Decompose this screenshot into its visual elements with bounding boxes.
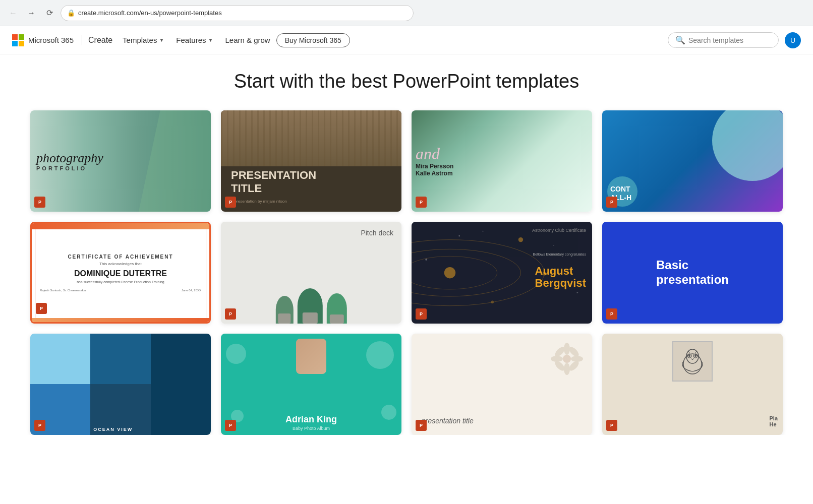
svg-point-18 bbox=[564, 363, 570, 375]
main-content: Start with the best PowerPoint templates… bbox=[0, 54, 813, 435]
card-subtitle: PORTFOLIO bbox=[36, 165, 103, 171]
plant bbox=[275, 296, 293, 324]
svg-point-7 bbox=[444, 267, 455, 278]
create-label: Create bbox=[88, 36, 112, 45]
cert-header: CERTIFICATE OF ACHIEVEMENT bbox=[68, 254, 173, 260]
nav-bar: Microsoft 365 Create Templates ▼ Feature… bbox=[0, 26, 813, 54]
ocean-text: OCEAN VIEW bbox=[93, 427, 133, 432]
refresh-button[interactable]: ⟳ bbox=[42, 6, 56, 20]
svg-point-14 bbox=[576, 292, 578, 293]
card-title: PlaHe bbox=[769, 415, 778, 427]
svg-rect-1 bbox=[19, 34, 24, 40]
lock-icon: 🔒 bbox=[67, 9, 75, 17]
template-card[interactable]: PRESENTATIONTITLE a presentation by mirj… bbox=[221, 110, 401, 212]
card-title: photography bbox=[36, 151, 103, 165]
template-card[interactable]: Basicpresentation P bbox=[602, 222, 783, 323]
ms365-logo-icon bbox=[12, 34, 24, 46]
back-button[interactable]: ← bbox=[6, 6, 20, 20]
chevron-down-icon: ▼ bbox=[208, 37, 213, 43]
browser-chrome: ← → ⟳ 🔒 create.microsoft.com/en-us/power… bbox=[0, 0, 813, 26]
page-title: Start with the best PowerPoint templates bbox=[30, 71, 783, 92]
svg-point-19 bbox=[551, 356, 563, 362]
buy-microsoft-365-button[interactable]: Buy Microsoft 365 bbox=[276, 33, 350, 47]
owl-icon bbox=[677, 346, 708, 376]
svg-rect-0 bbox=[12, 34, 18, 40]
owl-frame bbox=[672, 341, 713, 382]
ms365-logo[interactable]: Microsoft 365 bbox=[12, 34, 74, 46]
ppt-badge: P bbox=[606, 197, 617, 208]
ppt-badge: P bbox=[225, 420, 236, 431]
floral-design bbox=[547, 339, 587, 379]
wedding-and-text: and bbox=[416, 145, 453, 163]
ppt-badge: P bbox=[34, 420, 45, 431]
ppt-badge: P bbox=[34, 197, 45, 208]
ppt-badge: P bbox=[36, 303, 47, 314]
ppt-badge: P bbox=[416, 197, 427, 208]
svg-point-30 bbox=[694, 355, 696, 357]
svg-point-20 bbox=[571, 356, 583, 362]
plants-area bbox=[239, 253, 383, 324]
svg-point-10 bbox=[491, 301, 494, 304]
template-card[interactable]: OCEAN VIEW P bbox=[30, 334, 211, 435]
bubble bbox=[381, 405, 396, 420]
baby-name: Adrian King bbox=[285, 414, 337, 425]
template-grid-row1: photography PORTFOLIO P PRESENTATIONTITL… bbox=[30, 110, 783, 212]
cert-desc: has successfully completed Cheese Produc… bbox=[77, 280, 164, 284]
template-card[interactable]: Pitch deck P bbox=[221, 222, 401, 323]
card-title: PRESENTATIONTITLE bbox=[231, 169, 316, 196]
svg-point-4 bbox=[412, 240, 544, 306]
search-input[interactable] bbox=[688, 36, 774, 44]
pot bbox=[329, 314, 343, 324]
card-subtitle: a presentation by mirjam nilson bbox=[231, 199, 287, 204]
ocean-cell bbox=[90, 334, 150, 385]
wedding-name1: Mira Persson bbox=[416, 163, 453, 170]
baby-subtitle: Baby Photo Album bbox=[293, 426, 330, 431]
baby-photo bbox=[296, 339, 326, 374]
template-card[interactable]: presentation title P bbox=[412, 334, 592, 435]
ppt-badge: P bbox=[416, 420, 427, 431]
cert-name: DOMINIQUE DUTERTRE bbox=[74, 269, 167, 278]
template-card[interactable]: and Mira Persson Kalle Astrom P bbox=[412, 110, 592, 212]
cert-ack: This acknowledges that bbox=[99, 262, 142, 266]
astro-cert-header: Astronomy Club Certificate bbox=[532, 228, 586, 233]
ppt-badge: P bbox=[416, 308, 427, 320]
template-card[interactable]: CERTIFICATE OF ACHIEVEMENT This acknowle… bbox=[30, 222, 211, 323]
bubble bbox=[226, 344, 246, 364]
address-bar[interactable]: 🔒 create.microsoft.com/en-us/powerpoint-… bbox=[61, 5, 414, 21]
template-card[interactable]: photography PORTFOLIO P bbox=[30, 110, 211, 212]
svg-point-8 bbox=[518, 237, 523, 242]
chevron-down-icon: ▼ bbox=[159, 37, 164, 43]
nav-templates[interactable]: Templates ▼ bbox=[117, 33, 170, 47]
template-card[interactable]: CONTALL-H P bbox=[602, 110, 783, 212]
nav-features[interactable]: Features ▼ bbox=[170, 33, 219, 47]
pot bbox=[302, 312, 317, 324]
url-text: create.microsoft.com/en-us/powerpoint-te… bbox=[78, 9, 222, 17]
pot bbox=[278, 313, 291, 324]
ppt-badge: P bbox=[225, 197, 236, 208]
plant bbox=[326, 293, 346, 324]
orange-bar-bottom bbox=[32, 318, 209, 322]
svg-point-15 bbox=[483, 231, 484, 232]
card-title: Pitch deck bbox=[361, 229, 393, 237]
orange-bar-top bbox=[32, 223, 209, 229]
template-grid-row2: CERTIFICATE OF ACHIEVEMENT This acknowle… bbox=[30, 222, 783, 323]
card-text-overlay: photography PORTFOLIO bbox=[36, 151, 103, 171]
big-circle bbox=[712, 110, 783, 181]
ocean-cell: OCEAN VIEW bbox=[90, 384, 150, 435]
svg-point-16 bbox=[563, 355, 571, 363]
ms365-text: Microsoft 365 bbox=[28, 36, 74, 44]
forward-button[interactable]: → bbox=[24, 6, 38, 20]
template-card[interactable]: Astronomy Club Certificate Bellows Eleme… bbox=[412, 222, 592, 323]
card-title: Basicpresentation bbox=[656, 258, 729, 287]
ppt-badge: P bbox=[225, 308, 236, 320]
wedding-name2: Kalle Astrom bbox=[416, 170, 453, 177]
template-card[interactable]: PlaHe P bbox=[602, 334, 783, 435]
plant bbox=[297, 288, 322, 324]
template-card[interactable]: Adrian King Baby Photo Album P bbox=[221, 334, 401, 435]
user-avatar[interactable]: U bbox=[785, 32, 801, 48]
astro-school: Bellows Elementary congratulates bbox=[533, 253, 586, 256]
nav-learn-grow[interactable]: Learn & grow bbox=[219, 33, 276, 47]
search-icon: 🔍 bbox=[675, 35, 685, 45]
svg-point-12 bbox=[458, 235, 460, 237]
search-bar[interactable]: 🔍 bbox=[668, 32, 779, 48]
